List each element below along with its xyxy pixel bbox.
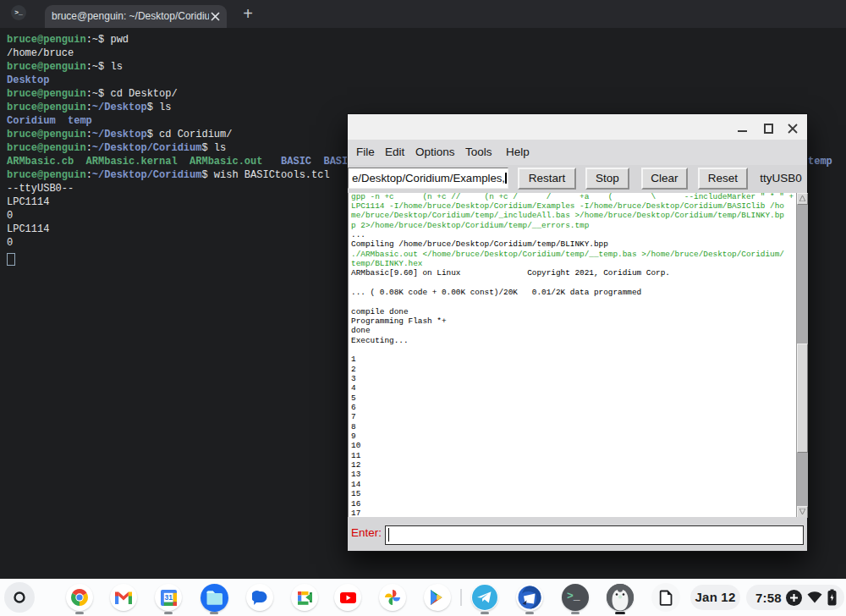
svg-text:31: 31 bbox=[164, 593, 173, 602]
